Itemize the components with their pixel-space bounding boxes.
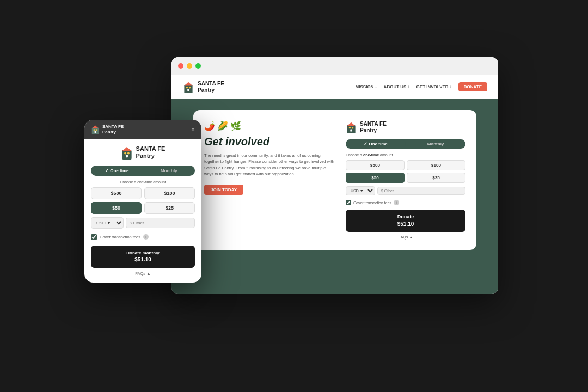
mobile-one-time-toggle[interactable]: ✓ One time — [91, 166, 143, 176]
nav-get-involved[interactable]: GET INVOLVED ↓ — [416, 84, 452, 89]
maximize-dot[interactable] — [195, 63, 201, 69]
amount-100[interactable]: $100 — [407, 160, 465, 170]
svg-rect-19 — [126, 155, 128, 157]
payment-toggle[interactable]: ✓ One time Monthly — [346, 139, 465, 149]
svg-marker-6 — [347, 122, 355, 126]
svg-point-3 — [189, 87, 191, 88]
corn-icon: 🌽 — [217, 121, 228, 131]
mobile-title-logo: SANTA FE Pantry — [91, 124, 124, 134]
card-description: The need is great in our community, and … — [204, 152, 335, 177]
svg-point-7 — [349, 127, 351, 128]
amount-50[interactable]: $50 — [346, 173, 405, 183]
nav-logo-icon — [182, 81, 194, 93]
right-logo: SANTA FE Pantry — [346, 121, 465, 134]
card-right: SANTA FE Pantry ✓ One time Monthly Choos… — [346, 121, 465, 239]
donate-button[interactable]: Donate $51.10 — [346, 210, 465, 232]
currency-select[interactable]: USD ▼ — [346, 186, 375, 195]
minimize-dot[interactable] — [187, 63, 192, 69]
nav-links: MISSION ↓ ABOUT US ↓ GET INVOLVED ↓ DONA… — [356, 82, 487, 91]
amount-25[interactable]: $25 — [407, 173, 465, 183]
mobile-other-input[interactable] — [126, 218, 195, 228]
mobile-currency-select[interactable]: USD ▼ — [91, 217, 124, 229]
donation-card: 🌶️ 🌽 🌿 Get involved The need is great in… — [193, 110, 476, 250]
mobile-cover-fees-label: Cover transaction fees — [100, 235, 140, 240]
mobile-window: SANTA FE Pantry × SANTA FE Pantry ✓ One … — [84, 120, 201, 283]
mobile-cover-fees-checkbox[interactable] — [91, 234, 97, 240]
cover-fees-label: Cover transaction fees — [353, 201, 391, 205]
one-time-toggle[interactable]: ✓ One time — [346, 139, 406, 149]
cover-fees-row: Cover transaction fees i — [346, 200, 465, 205]
nav-about[interactable]: ABOUT US ↓ — [384, 84, 410, 89]
faqs-link[interactable]: FAQs ▲ — [346, 235, 465, 239]
mobile-close-button[interactable]: × — [191, 126, 195, 133]
svg-rect-0 — [184, 84, 192, 93]
svg-rect-4 — [187, 89, 189, 91]
mobile-body: SANTA FE Pantry ✓ One time Monthly Choos… — [84, 139, 201, 283]
svg-point-18 — [127, 152, 130, 154]
mobile-cover-fees-row: Cover transaction fees i — [91, 234, 195, 240]
mobile-amount-100[interactable]: $100 — [144, 187, 195, 199]
hero-section: 🌶️ 🌽 🌿 Get involved The need is great in… — [171, 99, 498, 261]
mobile-info-icon[interactable]: i — [143, 234, 149, 240]
svg-point-12 — [94, 129, 95, 131]
browser-window: SANTA FE Pantry MISSION ↓ ABOUT US ↓ GET… — [171, 57, 498, 294]
nav-logo: SANTA FE Pantry — [182, 81, 224, 94]
browser-titlebar — [171, 57, 498, 75]
svg-point-17 — [124, 152, 126, 154]
mobile-donate-button[interactable]: Donate monthly $51.10 — [91, 246, 195, 268]
mobile-amount-50[interactable]: $50 — [91, 202, 142, 214]
svg-rect-5 — [347, 125, 355, 133]
leaf-icon: 🌿 — [230, 121, 241, 131]
svg-point-8 — [352, 127, 353, 128]
other-amount-row: USD ▼ — [346, 186, 465, 195]
right-logo-text: SANTA FE Pantry — [360, 121, 387, 134]
pepper-icon: 🌶️ — [204, 121, 215, 131]
amount-grid: $500 $100 $50 $25 — [346, 160, 465, 183]
site-nav: SANTA FE Pantry MISSION ↓ ABOUT US ↓ GET… — [171, 75, 498, 99]
mobile-brand-icon — [121, 146, 133, 160]
svg-point-13 — [96, 129, 97, 131]
svg-rect-14 — [95, 131, 96, 132]
join-today-button[interactable]: JOIN TODAY — [204, 185, 243, 195]
right-logo-icon — [346, 121, 357, 133]
svg-marker-1 — [184, 82, 192, 85]
mobile-logo-icon — [91, 125, 100, 134]
mobile-amount-label: Choose a one-time amount — [91, 180, 195, 184]
mobile-amount-25[interactable]: $25 — [144, 202, 195, 214]
mobile-faqs-link[interactable]: FAQs ▲ — [91, 271, 195, 276]
nav-mission[interactable]: MISSION ↓ — [356, 84, 377, 89]
svg-point-2 — [186, 87, 188, 88]
amount-500[interactable]: $500 — [346, 160, 405, 170]
cover-fees-checkbox[interactable] — [346, 200, 351, 205]
svg-rect-10 — [92, 127, 99, 134]
card-title: Get involved — [204, 136, 335, 148]
mobile-amount-grid: $500 $100 $50 $25 — [91, 187, 195, 214]
nav-donate-button[interactable]: DONATE — [458, 82, 487, 91]
mobile-titlebar: SANTA FE Pantry × — [84, 120, 201, 139]
mobile-payment-toggle[interactable]: ✓ One time Monthly — [91, 166, 195, 176]
svg-marker-16 — [122, 147, 131, 151]
mobile-brand: SANTA FE Pantry — [91, 145, 195, 160]
svg-rect-9 — [350, 129, 352, 131]
card-left: 🌶️ 🌽 🌿 Get involved The need is great in… — [204, 121, 335, 239]
browser-content: SANTA FE Pantry MISSION ↓ ABOUT US ↓ GET… — [171, 75, 498, 294]
mobile-other-row: USD ▼ — [91, 217, 195, 229]
mobile-monthly-toggle[interactable]: Monthly — [143, 166, 195, 176]
mobile-brand-text: SANTA FE Pantry — [136, 145, 166, 160]
mobile-amount-500[interactable]: $500 — [91, 187, 142, 199]
nav-logo-text: SANTA FE Pantry — [198, 81, 224, 94]
monthly-toggle[interactable]: Monthly — [406, 139, 465, 149]
amount-label: Choose a one-time amount — [346, 153, 465, 157]
other-amount-input[interactable] — [377, 187, 465, 195]
info-icon[interactable]: i — [394, 200, 399, 205]
card-icons: 🌶️ 🌽 🌿 — [204, 121, 335, 131]
svg-marker-11 — [92, 125, 99, 128]
mobile-title-text: SANTA FE Pantry — [102, 124, 124, 134]
close-dot[interactable] — [178, 63, 183, 69]
